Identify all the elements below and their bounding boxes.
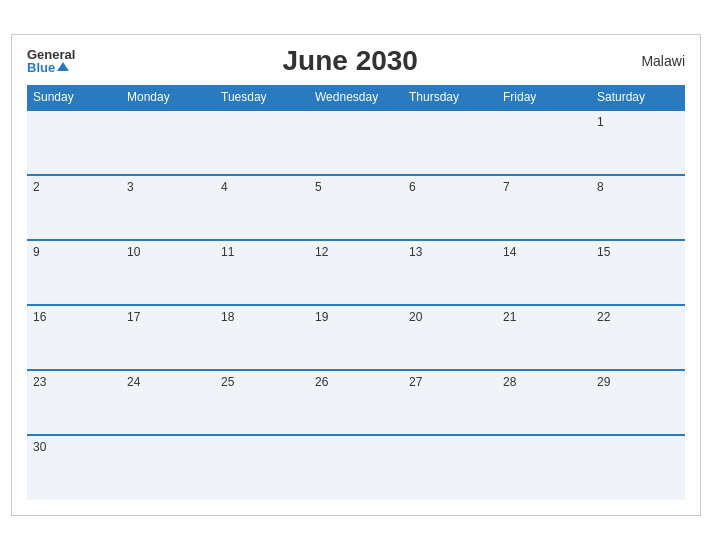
day-number: 5 (315, 180, 322, 194)
calendar-container: General Blue June 2030 Malawi SundayMond… (11, 34, 701, 516)
day-number: 14 (503, 245, 516, 259)
week-row-1: 2345678 (27, 175, 685, 240)
calendar-cell (403, 110, 497, 175)
day-number: 11 (221, 245, 234, 259)
day-number: 22 (597, 310, 610, 324)
calendar-cell: 30 (27, 435, 121, 500)
calendar-cell (121, 110, 215, 175)
week-row-4: 23242526272829 (27, 370, 685, 435)
day-number: 18 (221, 310, 234, 324)
day-number: 8 (597, 180, 604, 194)
calendar-cell: 18 (215, 305, 309, 370)
day-number: 24 (127, 375, 140, 389)
calendar-cell (309, 110, 403, 175)
calendar-cell: 21 (497, 305, 591, 370)
calendar-cell (27, 110, 121, 175)
week-row-0: 1 (27, 110, 685, 175)
day-number: 28 (503, 375, 516, 389)
days-header-row: SundayMondayTuesdayWednesdayThursdayFrid… (27, 85, 685, 110)
day-number: 1 (597, 115, 604, 129)
logo-blue-text: Blue (27, 61, 55, 74)
day-header-tuesday: Tuesday (215, 85, 309, 110)
day-number: 27 (409, 375, 422, 389)
day-number: 25 (221, 375, 234, 389)
calendar-header: General Blue June 2030 Malawi (27, 45, 685, 77)
calendar-cell: 13 (403, 240, 497, 305)
calendar-cell: 5 (309, 175, 403, 240)
calendar-title: June 2030 (75, 45, 625, 77)
calendar-cell (215, 435, 309, 500)
calendar-cell: 12 (309, 240, 403, 305)
calendar-cell: 7 (497, 175, 591, 240)
day-number: 9 (33, 245, 40, 259)
logo: General Blue (27, 48, 75, 74)
day-header-friday: Friday (497, 85, 591, 110)
calendar-cell: 25 (215, 370, 309, 435)
day-header-thursday: Thursday (403, 85, 497, 110)
day-header-sunday: Sunday (27, 85, 121, 110)
calendar-cell: 22 (591, 305, 685, 370)
day-number: 7 (503, 180, 510, 194)
calendar-cell: 16 (27, 305, 121, 370)
day-number: 21 (503, 310, 516, 324)
calendar-cell (497, 435, 591, 500)
calendar-cell (497, 110, 591, 175)
day-number: 29 (597, 375, 610, 389)
calendar-cell: 1 (591, 110, 685, 175)
day-header-monday: Monday (121, 85, 215, 110)
day-number: 30 (33, 440, 46, 454)
calendar-cell: 27 (403, 370, 497, 435)
day-number: 19 (315, 310, 328, 324)
calendar-cell: 20 (403, 305, 497, 370)
day-number: 13 (409, 245, 422, 259)
day-number: 16 (33, 310, 46, 324)
calendar-cell (121, 435, 215, 500)
calendar-cell: 19 (309, 305, 403, 370)
calendar-cell (215, 110, 309, 175)
day-number: 4 (221, 180, 228, 194)
calendar-cell (403, 435, 497, 500)
calendar-cell: 23 (27, 370, 121, 435)
week-row-3: 16171819202122 (27, 305, 685, 370)
day-number: 2 (33, 180, 40, 194)
calendar-cell: 29 (591, 370, 685, 435)
calendar-cell: 4 (215, 175, 309, 240)
day-number: 10 (127, 245, 140, 259)
calendar-cell: 9 (27, 240, 121, 305)
calendar-cell (309, 435, 403, 500)
calendar-cell: 2 (27, 175, 121, 240)
day-number: 6 (409, 180, 416, 194)
calendar-cell (591, 435, 685, 500)
calendar-cell: 11 (215, 240, 309, 305)
day-number: 26 (315, 375, 328, 389)
calendar-cell: 6 (403, 175, 497, 240)
day-header-saturday: Saturday (591, 85, 685, 110)
calendar-grid: SundayMondayTuesdayWednesdayThursdayFrid… (27, 85, 685, 500)
calendar-cell: 24 (121, 370, 215, 435)
day-number: 12 (315, 245, 328, 259)
day-number: 3 (127, 180, 134, 194)
calendar-cell: 28 (497, 370, 591, 435)
day-number: 23 (33, 375, 46, 389)
day-header-wednesday: Wednesday (309, 85, 403, 110)
calendar-cell: 15 (591, 240, 685, 305)
calendar-cell: 17 (121, 305, 215, 370)
day-number: 15 (597, 245, 610, 259)
calendar-cell: 8 (591, 175, 685, 240)
week-row-2: 9101112131415 (27, 240, 685, 305)
calendar-cell: 26 (309, 370, 403, 435)
logo-triangle-icon (57, 62, 69, 71)
country-name: Malawi (625, 53, 685, 69)
calendar-cell: 10 (121, 240, 215, 305)
week-row-5: 30 (27, 435, 685, 500)
calendar-cell: 14 (497, 240, 591, 305)
day-number: 17 (127, 310, 140, 324)
day-number: 20 (409, 310, 422, 324)
calendar-cell: 3 (121, 175, 215, 240)
